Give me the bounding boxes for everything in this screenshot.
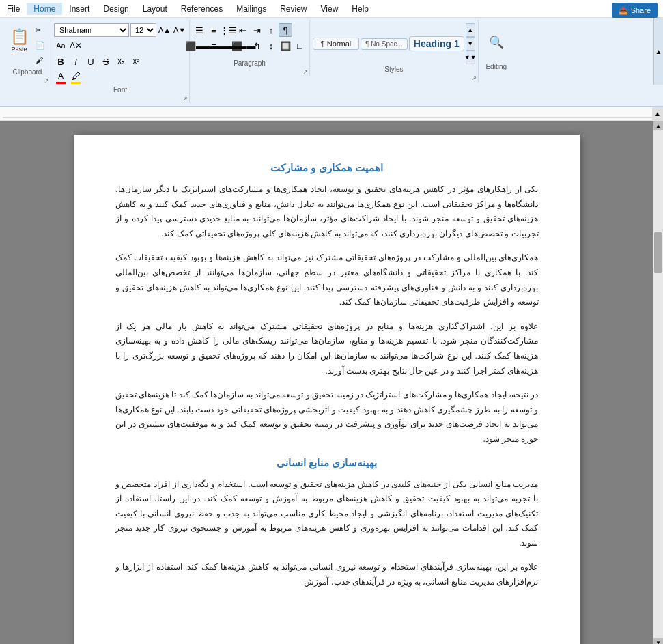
document-scroll-area[interactable]: اهمیت همکاری و مشارکت یکی از راهکارهای م… [0,121,653,644]
scroll-down-button[interactable]: ▼ [653,638,663,644]
paste-icon: 📋 [10,29,29,44]
style-normal[interactable]: ¶ Normal [313,38,359,50]
highlight-color-bar [71,82,81,84]
style-heading1[interactable]: Heading 1 [409,36,464,51]
chevron-up-icon: ▲ [654,110,661,117]
clipboard-expand-icon[interactable]: ↗ [44,78,49,84]
styles-group: ¶ Normal ¶ No Spac... Heading 1 ▲ ▼ ▼▼ S… [310,20,479,83]
clear-format-button[interactable]: A✕ [69,39,83,53]
copy-icon: 📄 [36,41,45,50]
clipboard-group: 📋 Paste ✂ 📄 🖌 Clipboard ↗ [4,20,51,85]
font-name-select[interactable]: Shabnam [54,23,129,37]
share-button[interactable]: 📤 Share [612,3,658,18]
font-label: Font [54,85,186,94]
bold-button[interactable]: B [54,55,68,68]
clipboard-label: Clipboard [7,67,48,76]
menu-item-mailings[interactable]: Mailings [229,3,273,15]
menu-item-help[interactable]: Help [345,3,376,15]
paragraph-label: Paragraph [193,58,307,67]
styles-list: ¶ Normal ¶ No Spac... Heading 1 [313,36,464,51]
subscript-button[interactable]: X₂ [114,55,128,68]
editing-label: Editing [485,61,507,70]
superscript-button[interactable]: X² [129,55,143,68]
increase-font-button[interactable]: A▲ [158,23,171,37]
line-spacing-button[interactable]: ↕ [264,39,278,53]
menu-bar: File Home Insert Design Layout Reference… [0,0,663,18]
section1-heading: اهمیت همکاری و مشارکت [115,162,539,174]
font-name-row: Shabnam 12 A▲ A▼ [54,23,186,37]
document-container: اهمیت همکاری و مشارکت یکی از راهکارهای م… [0,121,663,644]
font-expand-icon[interactable]: ↗ [183,96,188,102]
share-icon: 📤 [619,6,628,15]
font-size-select[interactable]: 12 [130,23,156,37]
highlight-color-button[interactable]: 🖊 [69,70,83,84]
paragraph-expand-icon[interactable]: ↗ [303,69,308,75]
section1-para4: در نتیجه، ایجاد همکاری‌ها و مشارکت‌های ا… [115,388,539,447]
sort-button[interactable]: ↕ [264,23,278,37]
border-button[interactable]: □ [293,39,307,53]
styles-expand-icon[interactable]: ↗ [472,75,477,81]
ruler-svg [3,109,660,119]
menu-item-references[interactable]: References [174,3,229,15]
italic-button[interactable]: I [69,55,83,68]
strikethrough-button[interactable]: S [99,55,113,68]
document-page: اهمیت همکاری و مشارکت یکی از راهکارهای م… [74,135,580,644]
styles-expand[interactable]: ▼▼ [466,51,475,64]
list-buttons-row: ☰ ≡ ⋮☰ ⇤ ⇥ ↕ ¶ [193,23,307,37]
paste-button[interactable]: 📋 Paste [7,23,31,59]
font-color-row: A 🖊 [54,70,186,84]
style-nospace[interactable]: ¶ No Spac... [361,38,408,50]
section1-para3: علاوه بر این، اشتراک‌گذاری هزینه‌ها و من… [115,320,539,378]
styles-scroll-up[interactable]: ▲ [466,23,475,37]
multilevel-list-button[interactable]: ⋮☰ [221,23,235,37]
text-color-button[interactable]: A [54,70,68,84]
section2-heading: بهینه‌سازی منابع انسانی [115,457,539,469]
search-icon: 🔍 [489,35,504,50]
align-buttons-row: ⬛▬▬ ≡ ▬▬⬛ ▬▬▬ ↰ ↕ 🔲 □ [193,39,307,53]
shading-button[interactable]: 🔲 [279,39,292,53]
menu-item-layout[interactable]: Layout [136,3,174,15]
styles-scroll-down[interactable]: ▼ [466,37,475,51]
number-list-button[interactable]: ≡ [207,23,221,37]
search-button[interactable]: 🔍 [484,29,509,56]
styles-scroll-buttons: ▲ ▼ ▼▼ [466,23,475,64]
underline-button[interactable]: U [84,55,98,68]
ruler-bar: ▲ [0,107,663,121]
rtl-button[interactable]: ↰ [250,39,264,53]
ribbon-collapse-button[interactable]: ▲ [653,18,663,85]
align-left-button[interactable]: ⬛▬▬ [193,39,206,53]
font-options-row: Aa A✕ [54,39,186,53]
section1-para1: یکی از راهکارهای مؤثر در کاهش هزینه‌های … [115,182,539,241]
increase-indent-button[interactable]: ⇥ [250,23,264,37]
menu-item-home[interactable]: Home [27,3,62,15]
justify-button[interactable]: ▬▬▬ [236,39,249,53]
scroll-up-button[interactable]: ▲ [653,121,663,130]
bullet-list-button[interactable]: ☰ [193,23,206,37]
copy-button[interactable]: 📄 [33,38,48,52]
scrollbar-thumb[interactable] [654,232,662,273]
cut-button[interactable]: ✂ [33,23,48,37]
menu-item-file[interactable]: File [0,3,27,15]
decrease-indent-button[interactable]: ⇤ [236,23,249,37]
text-color-bar [56,82,66,84]
format-painter-button[interactable]: 🖌 [33,53,48,67]
menu-item-design[interactable]: Design [96,3,135,15]
editing-group: 🔍 Editing [479,20,514,80]
menu-item-review[interactable]: Review [273,3,313,15]
ribbon: 📋 Paste ✂ 📄 🖌 Clipboard ↗ Shabnam 12 A▲ [0,18,663,107]
paragraph-group: ☰ ≡ ⋮☰ ⇤ ⇥ ↕ ¶ ⬛▬▬ ≡ ▬▬⬛ ▬▬▬ ↰ ↕ 🔲 □ Par… [190,20,310,76]
section2-para2: علاوه بر این، بهینه‌سازی فرآیندهای استخد… [115,560,539,589]
ruler-collapse-button[interactable]: ▲ [652,107,663,121]
font-style-row: B I U S X₂ X² [54,55,186,68]
scrollbar-track[interactable] [653,130,663,638]
menu-item-insert[interactable]: Insert [62,3,96,15]
cut-icon: ✂ [36,26,42,35]
menu-item-view[interactable]: View [314,3,345,15]
show-marks-button[interactable]: ¶ [279,23,292,37]
decrease-font-button[interactable]: A▼ [173,23,186,37]
font-group: Shabnam 12 A▲ A▼ Aa A✕ B I U S X₂ X² [51,20,190,103]
format-painter-icon: 🖌 [36,56,43,64]
vertical-scrollbar[interactable]: ▲ ▼ [653,121,663,644]
styles-label: Styles [313,64,475,73]
font-case-button[interactable]: Aa [54,39,68,53]
